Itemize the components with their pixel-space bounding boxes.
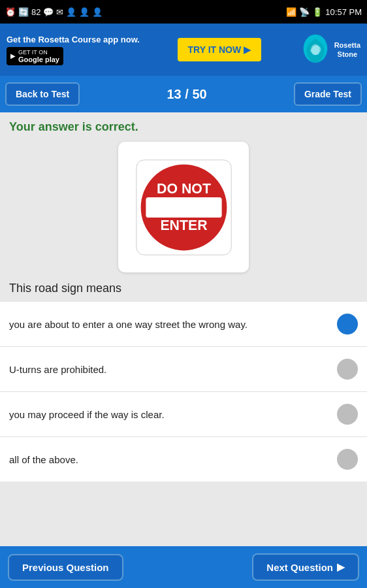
previous-question-button[interactable]: Previous Question <box>8 554 123 581</box>
ad-banner[interactable]: Get the Rosetta Course app now. ▶ GET IT… <box>0 24 367 76</box>
signal-icon: 📡 <box>299 7 310 17</box>
battery-icon: 🔋 <box>312 7 323 17</box>
radio-button-3[interactable] <box>337 404 358 425</box>
svg-text:DO NOT: DO NOT <box>157 181 211 197</box>
do-not-enter-sign-svg: DO NOT ENTER <box>133 157 234 258</box>
back-to-test-button[interactable]: Back to Test <box>5 82 80 106</box>
try-it-now-button[interactable]: TRY IT NOW ▶ <box>178 38 262 61</box>
option-row-3[interactable]: you may proceed if the way is clear. <box>0 392 367 437</box>
status-left: ⏰ 🔄 82 💬 ✉ 👤 👤 👤 <box>5 7 103 17</box>
option-text-1: you are about to enter a one way street … <box>9 318 337 331</box>
answer-status: Your answer is correct. <box>9 120 358 134</box>
option-row-2[interactable]: U-turns are prohibited. <box>0 347 367 392</box>
option-row-1[interactable]: you are about to enter a one way street … <box>0 302 367 347</box>
ad-left: Get the Rosetta Course app now. ▶ GET IT… <box>7 35 140 65</box>
option-text-4: all of the above. <box>9 453 337 466</box>
email-icon: ✉ <box>56 7 63 17</box>
radio-button-1[interactable] <box>337 314 358 335</box>
person-icon-1: 👤 <box>66 7 76 17</box>
option-text-3: you may proceed if the way is clear. <box>9 408 337 421</box>
radio-button-4[interactable] <box>337 449 358 470</box>
status-right: 📶 📡 🔋 10:57 PM <box>286 7 362 17</box>
battery-percent: 82 <box>31 7 40 17</box>
options-container: you are about to enter a one way street … <box>0 302 367 482</box>
rosetta-logo-svg <box>299 33 332 66</box>
main-content: Your answer is correct. DO NOT ENTER Thi… <box>0 112 367 482</box>
time-display: 10:57 PM <box>325 7 362 17</box>
sign-container: DO NOT ENTER <box>9 142 358 272</box>
question-counter: 13 / 50 <box>167 87 206 102</box>
chevron-right-icon: ▶ <box>337 561 345 573</box>
grade-test-button[interactable]: Grade Test <box>294 82 362 106</box>
radio-button-2[interactable] <box>337 359 358 380</box>
nav-bar: Back to Test 13 / 50 Grade Test <box>0 76 367 112</box>
option-row-4[interactable]: all of the above. <box>0 437 367 482</box>
person-icon-3: 👤 <box>92 7 103 17</box>
next-question-label: Next Question <box>266 562 333 573</box>
google-play-label: Google play <box>18 56 59 63</box>
rosetta-stone-logo: RosettaStone <box>299 33 360 66</box>
play-icon: ▶ <box>10 52 16 59</box>
rosetta-text: RosettaStone <box>334 41 360 59</box>
svg-text:ENTER: ENTER <box>160 218 207 233</box>
ad-title: Get the Rosetta Course app now. <box>7 35 140 44</box>
alarm-icon: ⏰ <box>5 7 16 17</box>
person-icon-2: 👤 <box>79 7 89 17</box>
google-play-badge[interactable]: ▶ GET IT ON Google play <box>7 47 63 65</box>
bottom-nav: Previous Question Next Question ▶ <box>0 546 367 588</box>
get-it-on-label: GET IT ON <box>18 49 59 56</box>
sync-icon: 🔄 <box>18 7 29 17</box>
option-text-2: U-turns are prohibited. <box>9 363 337 376</box>
svg-rect-4 <box>146 197 221 218</box>
question-text: This road sign means <box>9 282 358 295</box>
wifi-icon: 📶 <box>286 7 296 17</box>
next-question-button[interactable]: Next Question ▶ <box>252 553 359 581</box>
svg-point-1 <box>311 44 319 56</box>
status-bar: ⏰ 🔄 82 💬 ✉ 👤 👤 👤 📶 📡 🔋 10:57 PM <box>0 0 367 24</box>
sign-card: DO NOT ENTER <box>118 142 249 272</box>
message-icon: 💬 <box>43 7 54 17</box>
